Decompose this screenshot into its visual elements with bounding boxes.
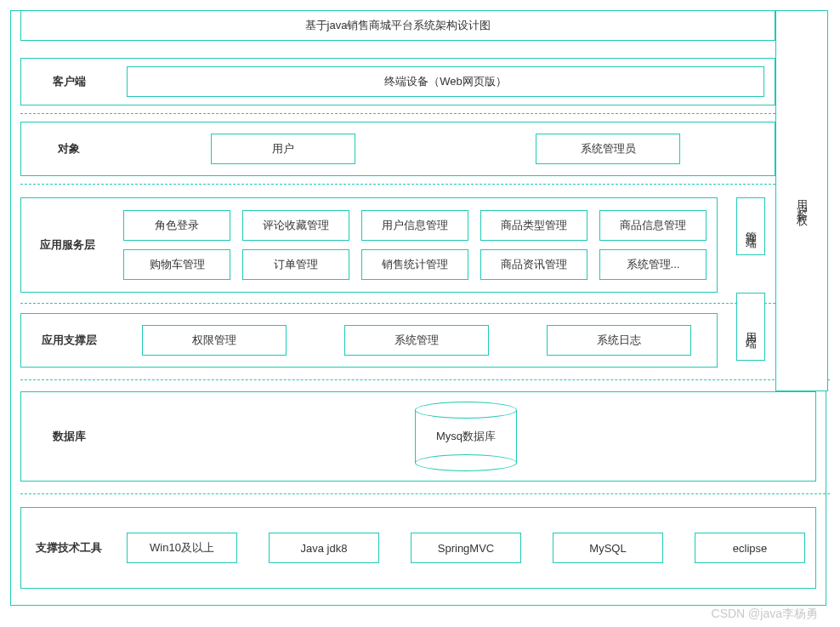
box-user: 用户: [211, 134, 355, 164]
db-label: Mysq数据库: [436, 429, 496, 444]
box-cart: 购物车管理: [123, 249, 230, 280]
side-auth-label: 用户鉴权: [794, 191, 809, 211]
box-jdk8: Java jdk8: [269, 533, 379, 563]
divider: [20, 493, 830, 494]
divider: [20, 303, 775, 304]
box-user-info: 用户信息管理: [361, 210, 468, 241]
lane-label-tech: 支撑技术工具: [21, 508, 116, 588]
lane-label-service: 应用服务层: [21, 198, 113, 292]
lane-client: 客户端 终端设备（Web网页版）: [20, 58, 775, 105]
box-win10: Win10及以上: [127, 533, 237, 563]
box-order: 订单管理: [242, 249, 349, 280]
box-admin: 系统管理员: [536, 134, 680, 164]
diagram-title-text: 基于java销售商城平台系统架构设计图: [305, 18, 491, 33]
box-product-news: 商品资讯管理: [480, 249, 587, 280]
lane-object: 对象 用户 系统管理员: [20, 122, 775, 176]
lane-db: 数据库 Mysq数据库: [20, 391, 816, 482]
divider: [20, 379, 830, 380]
diagram-title: 基于java销售商城平台系统架构设计图: [20, 10, 775, 41]
box-sys-log: 系统日志: [547, 325, 691, 356]
cylinder-db: Mysq数据库: [415, 402, 517, 471]
divider: [20, 184, 775, 185]
box-review-fav: 评论收藏管理: [242, 210, 349, 241]
lane-label-support: 应用支撑层: [21, 314, 116, 367]
box-terminal-device: 终端设备（Web网页版）: [127, 66, 764, 97]
side-auth-box: 用户鉴权: [775, 10, 828, 391]
box-product-type: 商品类型管理: [480, 210, 587, 241]
lane-service: 应用服务层 角色登录 评论收藏管理 用户信息管理 商品类型管理 商品信息管理 购…: [20, 197, 718, 293]
box-perm-mgmt: 权限管理: [142, 325, 287, 356]
pill-admin-label: 管理端: [743, 223, 758, 231]
divider: [20, 113, 775, 114]
pill-user-end: 用户端: [736, 293, 765, 361]
box-sys-mgmt: 系统管理...: [599, 249, 707, 280]
pill-admin-end: 管理端: [736, 197, 765, 255]
lane-tech: 支撑技术工具 Win10及以上 Java jdk8 SpringMVC MySQ…: [20, 507, 816, 589]
box-springmvc: SpringMVC: [411, 533, 521, 563]
box-sys-mgmt2: 系统管理: [344, 325, 489, 356]
lane-label-client: 客户端: [21, 59, 116, 105]
box-mysql: MySQL: [553, 533, 663, 563]
box-role-login: 角色登录: [123, 210, 230, 241]
lane-support: 应用支撑层 权限管理 系统管理 系统日志: [20, 313, 718, 368]
box-eclipse: eclipse: [695, 533, 805, 563]
lane-label-db: 数据库: [21, 392, 116, 481]
box-product-info: 商品信息管理: [599, 210, 707, 241]
pill-user-label: 用户端: [743, 323, 758, 331]
lane-label-object: 对象: [21, 123, 116, 175]
watermark-text: CSDN @java李杨勇: [712, 607, 818, 622]
box-sales-stat: 销售统计管理: [361, 249, 468, 280]
